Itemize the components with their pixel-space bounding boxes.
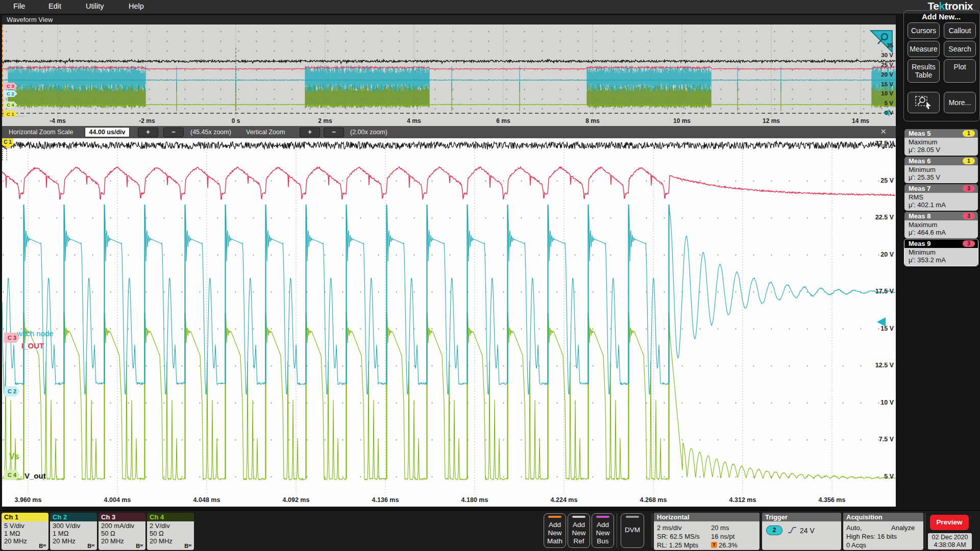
- sidebar-button-search[interactable]: Search: [944, 41, 976, 57]
- add-new-bus-button[interactable]: AddNewBus: [592, 513, 614, 548]
- h-zoom-minus-button[interactable]: −: [163, 128, 184, 137]
- button-label-line: Add: [544, 521, 566, 529]
- preview-button[interactable]: Preview: [930, 515, 969, 530]
- overview-time-axis: -4 ms-2 ms0 s2 ms4 ms6 ms8 ms10 ms12 ms1…: [2, 117, 896, 126]
- bandwidth-limit-icon: Bʷ: [39, 543, 46, 549]
- h-zoom-plus-button[interactable]: +: [138, 128, 158, 137]
- meas-type: Minimum: [909, 165, 978, 173]
- accent-bar: [548, 516, 561, 518]
- meas-badge: 1: [963, 158, 975, 164]
- meas-card-header: Meas 51: [904, 129, 978, 138]
- sidebar-button-cursors[interactable]: Cursors: [908, 22, 940, 39]
- menu-item-file[interactable]: File: [13, 2, 25, 10]
- button-label-line: DVM: [621, 526, 644, 534]
- sidebar-button-plot[interactable]: Plot: [944, 59, 976, 83]
- channel-box-3[interactable]: Ch 3200 mA/div50 Ω20 MHzBʷ: [99, 513, 145, 550]
- meas-card-9[interactable]: Meas 93Minimumμ': 353.2 mA: [904, 239, 978, 266]
- overview-volt-label: 25 V: [881, 62, 893, 68]
- channel-header-1: Ch 1: [2, 513, 48, 521]
- overview-time-label: 2 ms: [318, 117, 332, 124]
- menu-item-help[interactable]: Help: [129, 2, 144, 10]
- meas-card-7[interactable]: Meas 73RMSμ': 402.1 mA: [904, 184, 978, 211]
- main-volt-label: 20 V: [880, 251, 894, 258]
- zoom-select-icon: [915, 95, 933, 110]
- sidebar-button-results-table[interactable]: ResultsTable: [908, 59, 940, 83]
- zoom-scale-bar: Horizontal Zoom Scale 44.00 us/div + − (…: [2, 126, 896, 138]
- horizontal-panel[interactable]: Horizontal2 ms/divSR: 62.5 MS/sRL: 1.25 …: [654, 513, 760, 550]
- channel-settings-3: 200 mA/div50 Ω20 MHzBʷ: [99, 521, 145, 550]
- button-label-line: Add: [592, 521, 614, 529]
- channel-scale: 200 mA/div: [101, 521, 145, 530]
- main-time-label: 4.004 ms: [104, 496, 131, 504]
- meas-badge: 3: [963, 185, 975, 192]
- zoom-select-button[interactable]: [908, 92, 940, 113]
- add-new-ref-button[interactable]: AddNewRef: [568, 513, 590, 548]
- dvm-button[interactable]: DVM: [621, 513, 644, 548]
- overview-time-label: 8 ms: [585, 117, 599, 124]
- channel-scale: 2 V/div: [150, 521, 194, 530]
- overview-graticule[interactable]: TC 3C 2C 4C 13530 V25 V20 V15 V10 V5 V0 …: [2, 24, 896, 117]
- channel-box-1[interactable]: Ch 15 V/div1 MΩ20 MHzBʷ: [2, 513, 48, 550]
- main-volt-label: 5 V: [884, 473, 894, 480]
- main-time-label: 4.224 ms: [551, 496, 578, 504]
- main-volt-label: 7.5 V: [879, 436, 894, 443]
- button-label-line: Math: [544, 537, 566, 545]
- main-time-label: 4.356 ms: [819, 496, 846, 504]
- trigger-panel[interactable]: Trigger224 V: [762, 513, 841, 550]
- main-graticule[interactable]: 27.5 V25 V22.5 V20 V17.5 V15 V12.5 V10 V…: [2, 138, 896, 495]
- horizontal-row-right: 26.3%: [719, 541, 738, 549]
- trigger-level-value: 24 V: [800, 527, 815, 535]
- sidebar-button-callout[interactable]: Callout: [944, 22, 976, 39]
- meas-card-5[interactable]: Meas 51Maximumμ': 28.05 V: [904, 129, 978, 156]
- overview-volt-label: 5 V: [885, 100, 893, 106]
- datetime-display: 02 Dec 2020 4:38:08 AM: [928, 533, 972, 549]
- bandwidth-limit-icon: Bʷ: [184, 543, 191, 549]
- channel-box-2[interactable]: Ch 2300 V/div1 MΩ20 MHzBʷ: [50, 513, 97, 550]
- menu-bar: Tektronix FileEditUtilityHelp: [0, 0, 980, 14]
- bottom-divider: [925, 513, 925, 548]
- v-zoom-factor: (2.00x zoom): [350, 129, 387, 136]
- button-label-line: Bus: [592, 537, 614, 545]
- add-new-math-button[interactable]: AddNewMath: [544, 513, 566, 548]
- meas-type: Maximum: [909, 138, 978, 146]
- v-out-label: V_out: [24, 471, 46, 480]
- acquisition-panel[interactable]: AcquisitionAuto,AnalyzeHigh Res: 16 bits…: [843, 513, 923, 550]
- meas-badge: 1: [963, 130, 975, 137]
- ch2-level-arrow[interactable]: [877, 317, 886, 327]
- accent-bar: [596, 516, 609, 518]
- meas-card-8[interactable]: Meas 83Maximumμ': 464.6 mA: [904, 212, 978, 238]
- rising-edge-icon: [788, 526, 797, 534]
- bandwidth-limit-icon: Bʷ: [87, 543, 94, 549]
- acq-resolution: High Res: 16 bits: [846, 533, 897, 540]
- channel-impedance: 1 MΩ: [53, 530, 97, 537]
- main-time-axis: 3.960 ms4.004 ms4.048 ms4.092 ms4.136 ms…: [2, 495, 896, 507]
- bottom-divider: [652, 513, 652, 548]
- channel-header-3: Ch 3: [99, 513, 145, 521]
- horizontal-row-left: RL: 1.25 Mpts: [657, 541, 698, 549]
- menu-item-utility[interactable]: Utility: [86, 2, 104, 10]
- channel-box-4[interactable]: Ch 42 V/div50 Ω20 MHzBʷ: [147, 513, 194, 550]
- bandwidth-limit-icon: Bʷ: [136, 543, 143, 549]
- horizontal-row-right: 16 ns/pt: [711, 533, 734, 540]
- overview-zoom-icon[interactable]: [870, 30, 893, 53]
- switch-node-label: witch node: [17, 329, 54, 338]
- v-zoom-minus-button[interactable]: −: [324, 128, 344, 137]
- horizontal-zoom-scale-input[interactable]: 44.00 us/div: [85, 127, 130, 137]
- sidebar-button-measure[interactable]: Measure: [908, 41, 940, 57]
- overview-volt-label: 10 V: [881, 90, 893, 96]
- menu-item-edit[interactable]: Edit: [48, 2, 61, 10]
- horizontal-zoom-scale-label: Horizontal Zoom Scale: [9, 129, 73, 136]
- main-volt-label: 25 V: [880, 177, 894, 184]
- meas-type: RMS: [909, 193, 978, 201]
- meas-value: μ': 402.1 mA: [909, 201, 978, 209]
- close-zoom-icon[interactable]: ✕: [880, 127, 887, 136]
- meas-card-6[interactable]: Meas 61Minimumμ': 25.35 V: [904, 157, 978, 183]
- button-label-line: Search: [944, 45, 975, 53]
- v-zoom-plus-button[interactable]: +: [300, 128, 320, 137]
- screen: Tektronix FileEditUtilityHelp Waveform V…: [0, 0, 980, 551]
- button-label-line: Ref: [568, 537, 590, 545]
- sidebar-button-more[interactable]: More...: [944, 92, 976, 113]
- overview-time-label: 6 ms: [496, 117, 510, 124]
- accent-bar: [572, 516, 585, 518]
- meas-value: μ': 25.35 V: [909, 173, 978, 181]
